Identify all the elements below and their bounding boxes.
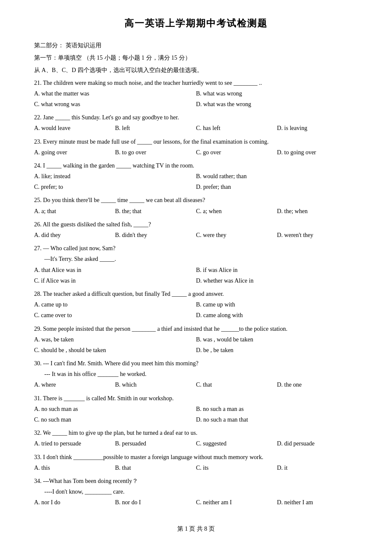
options-8: A. came up toB. came up withC. came over… — [34, 299, 358, 321]
option-11-4: D. no such a man that — [196, 414, 358, 425]
options-2: A. would leaveB. leftC. has leftD. is le… — [34, 123, 358, 133]
option-9-3: C. should be , should be taken — [34, 345, 196, 356]
option-4-3: C. prefer; to — [34, 182, 196, 192]
option-11-2: B. no such a man as — [196, 404, 358, 414]
option-8-2: B. came up with — [196, 299, 358, 310]
question-13: 33. I don't think __________possible to … — [34, 452, 358, 473]
option-1-4: D. what was the wrong — [196, 99, 358, 110]
option-12-2: B. persuaded — [115, 438, 196, 449]
question-4: 24. I _____ walking in the garden _____ … — [34, 160, 358, 193]
question-text-7: 27. — Who called just now, Sam? — [34, 243, 358, 254]
option-14-1: A. nor I do — [34, 497, 115, 508]
options-1: A. what the matter wasB. what was wrongC… — [34, 88, 358, 110]
option-6-3: C. were they — [196, 230, 277, 240]
option-2-4: D. is leaving — [277, 123, 358, 133]
option-9-1: A. was, be taken — [34, 334, 196, 345]
options-12: A. tried to persuadeB. persuadedC. sugge… — [34, 438, 358, 449]
option-9-4: D. be , be taken — [196, 345, 358, 356]
options-13: A. thisB. thatC. itsD. it — [34, 462, 358, 473]
option-11-3: C. no such man — [34, 414, 196, 425]
question-text-12: 32. We _____ him to give up the plan, bu… — [34, 428, 358, 438]
option-13-3: C. its — [196, 462, 277, 473]
option-8-4: D. came along with — [196, 310, 358, 321]
option-3-3: C. go over — [196, 147, 277, 158]
option-12-1: A. tried to persuade — [34, 438, 115, 449]
option-8-1: A. came up to — [34, 299, 196, 310]
option-4-2: B. would rather; than — [196, 171, 358, 182]
question-text-11: 31. There is _______ is called Mr. Smith… — [34, 393, 358, 404]
question-text-10: 30. --- I can't find Mr. Smith. Where di… — [34, 358, 358, 369]
question-5: 25. Do you think there'll be _____ time … — [34, 195, 358, 216]
option-14-4: D. neither I am — [277, 497, 358, 508]
question-9: 29. Some people insisted that the person… — [34, 324, 358, 356]
question-text-6: 26. All the guests disliked the salted f… — [34, 219, 358, 230]
questions-container: 21. The children were making so much noi… — [34, 78, 358, 508]
options-6: A. did theyB. didn't theyC. were theyD. … — [34, 230, 358, 240]
option-5-4: D. the; when — [277, 206, 358, 217]
option-13-4: D. it — [277, 462, 358, 473]
options-9: A. was, be takenB. was , would be takenC… — [34, 334, 358, 356]
question-text2-7: —It's Terry. She asked _____. — [44, 254, 358, 264]
option-7-1: A. that Alice was in — [34, 265, 196, 275]
options-5: A. a; thatB. the; thatC. a; whenD. the; … — [34, 206, 358, 217]
question-text-3: 23. Every minute must be made full use o… — [34, 136, 358, 147]
option-8-3: C. came over to — [34, 310, 196, 321]
option-1-2: B. what was wrong — [196, 88, 358, 99]
instruction: 从 A、B、C、D 四个选项中，选出可以填入空白处的最佳选项。 — [34, 65, 358, 75]
footer: 第 1 页 共 8 页 — [34, 525, 358, 533]
options-3: A. going overB. to go overC. go overD. t… — [34, 147, 358, 158]
option-11-1: A. no such man as — [34, 404, 196, 414]
question-text-1: 21. The children were making so much noi… — [34, 78, 358, 88]
option-2-1: A. would leave — [34, 123, 115, 133]
option-1-1: A. what the matter was — [34, 88, 196, 99]
option-7-3: C. if Alice was in — [34, 275, 196, 286]
option-3-1: A. going over — [34, 147, 115, 158]
option-14-2: B. nor do I — [115, 497, 196, 508]
part2-header: 第二部分： 英语知识运用 — [34, 40, 358, 51]
section1-header: 第一节：单项填空 （共 15 小题；每小题 1 分，满分 15 分） — [34, 52, 358, 63]
question-12: 32. We _____ him to give up the plan, bu… — [34, 428, 358, 449]
option-12-3: C. suggested — [196, 438, 277, 449]
options-14: A. nor I doB. nor do IC. neither am ID. … — [34, 497, 358, 508]
option-9-2: B. was , would be taken — [196, 334, 358, 345]
option-14-3: C. neither am I — [196, 497, 277, 508]
question-text-5: 25. Do you think there'll be _____ time … — [34, 195, 358, 205]
option-10-3: C. that — [196, 379, 277, 390]
options-10: A. whereB. whichC. thatD. the one — [34, 379, 358, 390]
option-4-1: A. like; instead — [34, 171, 196, 182]
option-6-1: A. did they — [34, 230, 115, 240]
question-14: 34. ---What has Tom been doing recently？… — [34, 476, 358, 508]
option-7-2: B. if was Alice in — [196, 265, 358, 275]
question-text-14: 34. ---What has Tom been doing recently？ — [34, 476, 358, 486]
question-text2-14: ----I don't know, _________ care. — [44, 486, 358, 497]
option-10-2: B. which — [115, 379, 196, 390]
options-4: A. like; insteadB. would rather; thanC. … — [34, 171, 358, 192]
question-text2-10: --- It was in his office _______ he work… — [44, 369, 358, 379]
option-13-1: A. this — [34, 462, 115, 473]
option-6-2: B. didn't they — [115, 230, 196, 240]
option-3-2: B. to go over — [115, 147, 196, 158]
option-2-3: C. has left — [196, 123, 277, 133]
option-2-2: B. left — [115, 123, 196, 133]
option-3-4: D. to going over — [277, 147, 358, 158]
question-8: 28. The teacher asked a difficult questi… — [34, 289, 358, 321]
option-1-3: C. what wrong was — [34, 99, 196, 110]
question-text-13: 33. I don't think __________possible to … — [34, 452, 358, 462]
option-5-2: B. the; that — [115, 206, 196, 217]
option-10-4: D. the one — [277, 379, 358, 390]
page-title: 高一英语上学期期中考试检测题 — [34, 17, 358, 30]
question-6: 26. All the guests disliked the salted f… — [34, 219, 358, 240]
options-7: A. that Alice was inB. if was Alice inC.… — [34, 265, 358, 286]
option-7-4: D. whether was Alice in — [196, 275, 358, 286]
option-4-4: D. prefer; than — [196, 182, 358, 192]
options-11: A. no such man asB. no such a man asC. n… — [34, 404, 358, 425]
question-1: 21. The children were making so much noi… — [34, 78, 358, 110]
question-text-9: 29. Some people insisted that the person… — [34, 324, 358, 334]
option-5-1: A. a; that — [34, 206, 115, 217]
question-11: 31. There is _______ is called Mr. Smith… — [34, 393, 358, 425]
question-text-4: 24. I _____ walking in the garden _____ … — [34, 160, 358, 171]
option-5-3: C. a; when — [196, 206, 277, 217]
question-text-2: 22. Jane _____ this Sunday. Let's go and… — [34, 112, 358, 123]
question-text-8: 28. The teacher asked a difficult questi… — [34, 289, 358, 299]
question-7: 27. — Who called just now, Sam?—It's Ter… — [34, 243, 358, 286]
